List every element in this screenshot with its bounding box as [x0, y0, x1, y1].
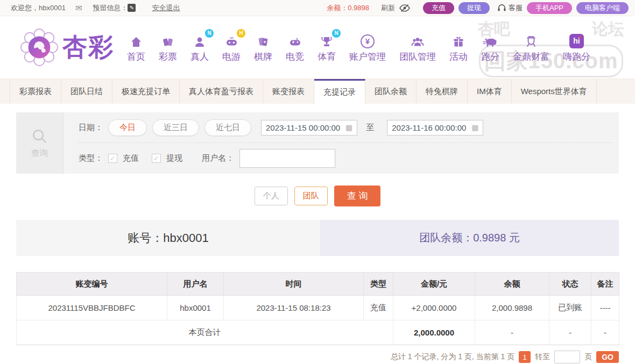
nav-item-sports[interactable]: N 体育: [318, 32, 336, 63]
preset-last-7-days[interactable]: 近七日: [204, 119, 251, 136]
lottery-ticket-icon: [161, 32, 174, 48]
col-username: 用户名: [167, 273, 224, 296]
query-side-label: 查询: [16, 112, 64, 174]
summary-status: -: [549, 320, 591, 345]
goto-page-input[interactable]: [554, 351, 580, 363]
tab-live-sports-pnl[interactable]: 真人体育盈亏报表: [180, 79, 263, 104]
col-amount: 金额/元: [393, 273, 475, 296]
playing-cards-icon: [257, 32, 270, 48]
col-type: 类型: [364, 273, 393, 296]
reserved-info-label: 预留信息：: [93, 3, 128, 13]
date-from-input[interactable]: [266, 123, 345, 132]
cell-balance: 2,000.9898: [475, 296, 549, 320]
nav-item-live[interactable]: N 真人: [190, 32, 209, 63]
nav-item-home[interactable]: 首页: [127, 32, 145, 63]
withdraw-button[interactable]: 提现: [458, 2, 490, 14]
date-to-input[interactable]: [392, 123, 471, 132]
date-filter-row: 日期： 今日 近三日 近七日 ▦ 至 ▦: [79, 112, 613, 143]
nav-item-egames[interactable]: H 电游: [222, 32, 241, 63]
table-header-row: 账变编号 用户名 时间 类型 金额/元 余额 状态 备注: [17, 273, 619, 296]
tab-team-daily[interactable]: 团队日结: [61, 79, 112, 104]
eye-off-icon[interactable]: [399, 4, 410, 12]
username-input[interactable]: [239, 149, 335, 168]
coin-yen-icon: ¥: [361, 32, 375, 48]
recharge-button[interactable]: 充值: [423, 2, 454, 14]
withdraw-checkbox[interactable]: ✓: [152, 154, 161, 163]
col-change-id: 账变编号: [17, 273, 167, 296]
magnifier-icon: [31, 127, 49, 146]
logo-text: 杏彩: [62, 31, 114, 64]
tab-fast-orders[interactable]: 极速充提订单: [112, 79, 180, 104]
tab-recharge-withdraw-records[interactable]: 充提记录: [314, 79, 365, 104]
tab-lottery-report[interactable]: 彩票报表: [10, 79, 61, 104]
cell-status: 已到账: [549, 296, 591, 320]
team-button[interactable]: 团队: [294, 187, 328, 205]
records-table-wrap: 账变编号 用户名 时间 类型 金额/元 余额 状态 备注 20231115VBB…: [16, 272, 619, 345]
refresh-button[interactable]: 刷新: [381, 3, 395, 13]
calendar-icon[interactable]: ▦: [471, 123, 478, 132]
cell-amount: +2,000.0000: [393, 296, 475, 320]
mobile-app-button[interactable]: 手机APP: [527, 2, 572, 14]
nav-item-esports[interactable]: 电竞: [286, 32, 304, 63]
filter-panel: 查询 日期： 今日 近三日 近七日 ▦ 至 ▦ 类型： ✓: [16, 112, 619, 174]
tab-account-change[interactable]: 账变报表: [263, 79, 314, 104]
nav-item-paofen[interactable]: 跑分: [481, 32, 499, 63]
date-range-separator: 至: [366, 123, 374, 133]
nav-item-hi-paofen[interactable]: hi 嗨跑分: [563, 32, 590, 63]
current-page-button[interactable]: 1: [519, 351, 531, 363]
action-buttons: 个人 团队 查 询: [0, 185, 635, 206]
go-button[interactable]: GO: [596, 351, 619, 363]
search-button[interactable]: 查 询: [334, 185, 381, 206]
personal-button[interactable]: 个人: [255, 187, 288, 205]
nav-item-team-management[interactable]: 团队管理: [399, 32, 436, 63]
pagination-summary: 总计 1 个记录, 分为 1 页, 当前第 1 页: [391, 352, 514, 362]
cell-username: hbx0001: [167, 296, 224, 320]
date-label: 日期：: [79, 123, 103, 133]
table-summary-row: 本页合计 2,000.0000 - - -: [17, 320, 619, 345]
pagination: 总计 1 个记录, 分为 1 页, 当前第 1 页 1 转至 页 GO: [16, 351, 619, 363]
calendar-icon[interactable]: ▦: [345, 123, 352, 132]
recharge-checkbox-label: 充值: [123, 153, 139, 163]
date-from-field[interactable]: ▦: [261, 120, 357, 135]
date-to-field[interactable]: ▦: [387, 120, 483, 135]
logo-flower-icon: [20, 28, 58, 66]
filter-fields: 日期： 今日 近三日 近七日 ▦ 至 ▦ 类型： ✓ 充值 ✓ 提现: [64, 112, 619, 174]
recharge-checkbox[interactable]: ✓: [108, 154, 117, 163]
pc-client-button[interactable]: 电脑客户端: [576, 2, 629, 14]
tab-team-balance[interactable]: 团队余额: [365, 79, 417, 104]
cell-change-id: 20231115VBBJFBDBFC: [17, 296, 167, 320]
nav-item-cards[interactable]: 棋牌: [254, 32, 272, 63]
col-balance: 余额: [475, 273, 549, 296]
hi-app-icon: hi: [569, 32, 584, 48]
summary-label: 本页合计: [17, 320, 393, 345]
logout-link[interactable]: 安全退出: [152, 3, 180, 13]
new-badge: N: [332, 29, 341, 38]
header: 杏吧 论坛 回家150.com 杏彩: [0, 16, 635, 78]
table-row: 20231115VBBJFBDBFC hbx0001 2023-11-15 08…: [17, 296, 619, 320]
nav-item-promotions[interactable]: 活动: [449, 32, 468, 63]
team-balance: 团队余额：0.9898 元: [320, 220, 619, 256]
report-tabbar: 彩票报表 团队日结 极速充提订单 真人体育盈亏报表 账变报表 充提记录 团队余额…: [0, 78, 635, 104]
site-logo[interactable]: 杏彩: [20, 28, 114, 66]
tab-tetu-cards[interactable]: 特兔棋牌: [417, 79, 468, 104]
nav-item-jinding-wealth[interactable]: 金鼎财富: [513, 32, 549, 63]
envelope-icon[interactable]: ✉: [75, 3, 82, 13]
tab-im-sports[interactable]: IM体育: [468, 79, 512, 104]
nav-item-account-management[interactable]: ¥ 账户管理: [349, 32, 386, 63]
preset-last-3-days[interactable]: 近三日: [152, 119, 199, 136]
summary-balance: -: [475, 320, 549, 345]
account-number: 账号：hbx0001: [16, 220, 320, 256]
records-table: 账变编号 用户名 时间 类型 金额/元 余额 状态 备注 20231115VBB…: [16, 272, 619, 345]
trophy-icon: [320, 32, 333, 48]
nav-item-lottery[interactable]: 彩票: [159, 32, 177, 63]
customer-service-button[interactable]: 客服: [497, 3, 523, 13]
welcome-text: 欢迎您，hbx0001: [11, 3, 66, 13]
tab-wesports[interactable]: Wesports世界体育: [512, 79, 597, 104]
rhino-icon: [482, 32, 498, 48]
username-label: 用户名：: [202, 153, 234, 163]
home-icon: [129, 32, 143, 48]
edit-icon[interactable]: ✎: [128, 4, 136, 12]
col-status: 状态: [549, 273, 591, 296]
watermark-right: 论坛: [592, 18, 624, 40]
preset-today[interactable]: 今日: [108, 119, 147, 136]
